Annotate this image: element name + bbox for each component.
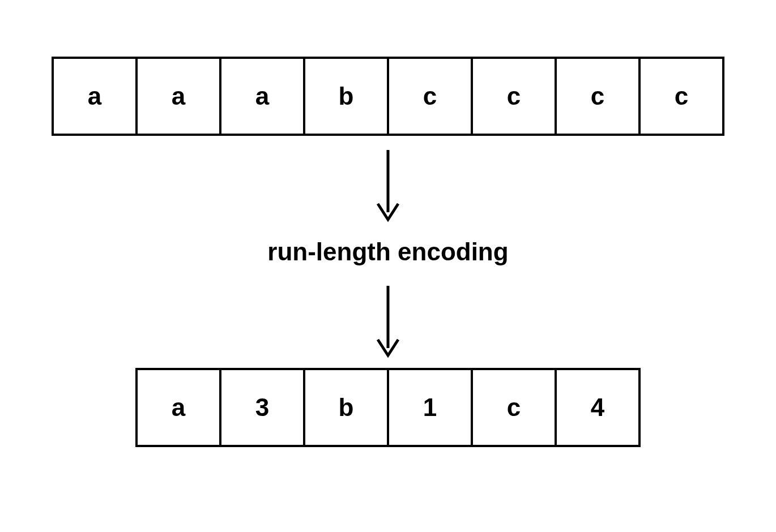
input-cell: c [638,57,724,136]
arrow-top [371,147,405,226]
output-array: a3b1c4 [135,368,641,447]
input-cell: c [471,57,557,136]
output-cell: 1 [387,368,473,447]
output-cell: 4 [555,368,641,447]
output-cell: a [135,368,221,447]
output-cell: 3 [219,368,305,447]
down-arrow-icon [371,147,405,226]
input-cell: c [555,57,641,136]
input-cell: c [387,57,473,136]
input-cell: a [219,57,305,136]
encoding-label: run-length encoding [267,238,508,266]
output-cell: b [303,368,389,447]
input-cell: a [135,57,221,136]
input-array: aaabcccc [52,57,724,136]
down-arrow-icon [371,283,405,362]
output-cell: c [471,368,557,447]
input-cell: a [52,57,138,136]
input-cell: b [303,57,389,136]
arrow-bottom [371,283,405,362]
